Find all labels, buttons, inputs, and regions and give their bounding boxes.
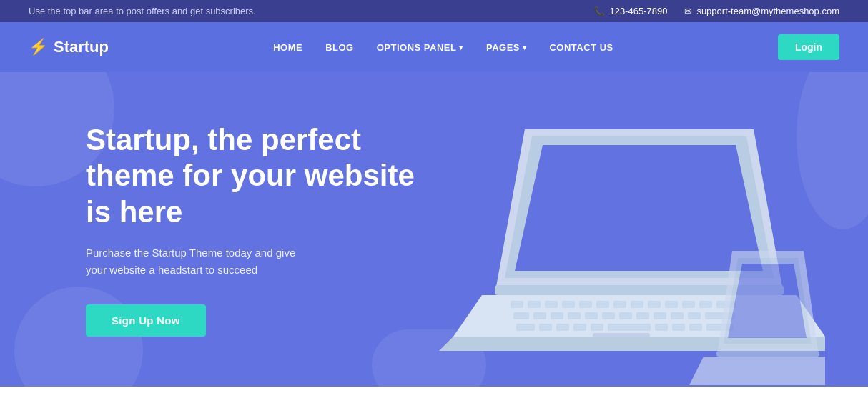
svg-rect-6 [528,301,541,308]
svg-rect-10 [596,301,609,308]
hero-section: Startup, the perfect theme for your webs… [0,72,868,387]
phone-number: 123-465-7890 [609,6,667,16]
svg-rect-13 [648,301,661,308]
email-icon: ✉ [684,6,692,16]
nav-link-home[interactable]: HOME [273,42,302,53]
nav-link-options[interactable]: OPTIONS PANEL ▾ [377,42,463,53]
svg-rect-15 [682,301,695,308]
hero-illustration [425,108,825,387]
svg-rect-27 [671,312,684,319]
top-bar-message: Use the top bar area to post offers and … [29,6,256,16]
svg-rect-19 [533,312,546,319]
phone-icon: 📞 [593,6,605,16]
svg-rect-11 [613,301,626,308]
nav-item-blog[interactable]: BLOG [325,41,354,54]
nav-links: HOME BLOG OPTIONS PANEL ▾ PAGES ▾ CONTAC… [273,41,613,54]
email-address: support-team@mythemeshop.com [696,6,839,16]
svg-rect-26 [654,312,666,319]
svg-rect-18 [513,312,529,319]
svg-rect-32 [556,324,569,331]
chevron-down-icon: ▾ [459,44,463,51]
navbar: ⚡ Startup HOME BLOG OPTIONS PANEL ▾ PAGE… [0,22,868,72]
svg-rect-12 [631,301,643,308]
hero-content: Startup, the perfect theme for your webs… [86,122,429,337]
svg-rect-31 [539,324,552,331]
svg-rect-7 [545,301,558,308]
svg-rect-45 [716,351,819,357]
hero-title: Startup, the perfect theme for your webs… [86,122,429,230]
svg-rect-28 [688,312,701,319]
svg-rect-5 [511,301,523,308]
svg-rect-30 [516,324,535,331]
svg-rect-33 [573,324,586,331]
svg-marker-46 [689,357,825,385]
svg-rect-20 [551,312,563,319]
signup-button[interactable]: Sign Up Now [86,304,206,337]
svg-rect-24 [619,312,632,319]
top-bar-contacts: 📞 123-465-7890 ✉ support-team@mythemesho… [593,6,839,16]
nav-link-blog[interactable]: BLOG [325,42,354,53]
svg-rect-22 [585,312,598,319]
svg-rect-34 [591,324,603,331]
svg-rect-25 [636,312,649,319]
phone-contact: 📞 123-465-7890 [593,6,667,16]
svg-rect-37 [672,324,685,331]
email-contact: ✉ support-team@mythemeshop.com [684,6,839,16]
svg-marker-2 [515,145,763,271]
nav-item-contact[interactable]: CONTACT US [549,41,613,54]
logo-link[interactable]: ⚡ Startup [29,38,109,56]
nav-link-contact[interactable]: CONTACT US [549,42,613,53]
nav-item-home[interactable]: HOME [273,41,302,54]
svg-rect-14 [665,301,678,308]
svg-rect-38 [689,324,702,331]
svg-rect-16 [699,301,712,308]
login-button[interactable]: Login [778,34,839,60]
top-bar: Use the top bar area to post offers and … [0,0,868,22]
chevron-down-icon: ▾ [523,44,527,51]
logo-icon: ⚡ [29,38,48,56]
svg-rect-23 [602,312,615,319]
svg-rect-21 [568,312,581,319]
svg-rect-9 [579,301,592,308]
nav-item-options[interactable]: OPTIONS PANEL ▾ [377,42,463,53]
svg-rect-36 [655,324,668,331]
svg-rect-8 [562,301,575,308]
svg-rect-35 [608,324,651,331]
nav-item-pages[interactable]: PAGES ▾ [486,42,527,53]
hero-subtitle: Purchase the Startup Theme today and giv… [86,244,315,279]
logo-text: Startup [54,38,109,56]
nav-link-pages[interactable]: PAGES ▾ [486,42,527,53]
